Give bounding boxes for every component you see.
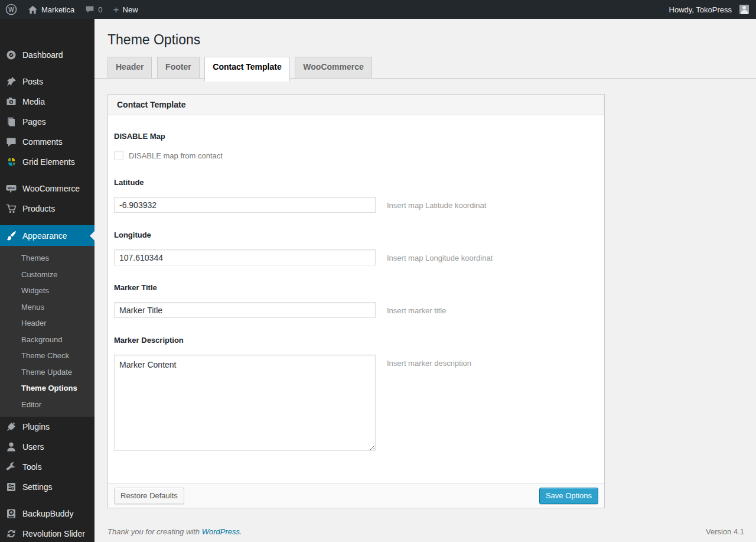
marker-title-input[interactable] [114, 302, 376, 318]
disable-map-label: DISABLE Map [114, 132, 598, 141]
pages-icon [5, 116, 17, 128]
latitude-label: Latitude [114, 178, 598, 187]
page-title: Theme Options [107, 31, 744, 48]
sidebar-item-users[interactable]: Users [0, 437, 94, 457]
panel-title: Contact Template [108, 95, 604, 115]
admin-bar: W Marketica 0 + New Howdy, TokoPress [0, 0, 756, 19]
marker-title-hint: Insert marker title [387, 302, 446, 315]
sidebar-item-backupbuddy[interactable]: BackupBuddy [0, 504, 94, 524]
comment-bubble-icon [85, 5, 94, 14]
plus-icon: + [113, 5, 119, 15]
howdy-label: Howdy, TokoPress [669, 5, 732, 14]
appearance-submenu: Themes Customize Widgets Menus Header Ba… [0, 246, 94, 417]
restore-defaults-button[interactable]: Restore Defaults [114, 488, 184, 504]
sidebar-item-media[interactable]: Media [0, 92, 94, 112]
account-menu[interactable]: Howdy, TokoPress [664, 0, 756, 19]
submenu-item-themes[interactable]: Themes [0, 250, 94, 267]
paintbrush-icon [5, 230, 17, 242]
plugin-icon [5, 421, 17, 433]
sidebar-item-posts[interactable]: Posts [0, 72, 94, 92]
sidebar-item-revolution-slider[interactable]: Revolution Slider [0, 524, 94, 542]
backup-icon [5, 508, 17, 520]
marker-title-label: Marker Title [114, 283, 598, 292]
submenu-item-theme-check[interactable]: Theme Check [0, 348, 94, 364]
latitude-hint: Insert map Latitude koordinat [387, 197, 486, 210]
tab-woocommerce[interactable]: WooCommerce [295, 57, 372, 79]
footer-thanks-text: Thank you for creating with WordPress. [107, 527, 242, 536]
submenu-item-theme-options[interactable]: Theme Options [0, 380, 94, 397]
submenu-item-editor[interactable]: Editor [0, 397, 94, 413]
sidebar-item-comments[interactable]: Comments [0, 132, 94, 152]
wordpress-logo-menu[interactable]: W [0, 0, 22, 19]
home-icon [28, 5, 38, 15]
submenu-item-widgets[interactable]: Widgets [0, 283, 94, 299]
submenu-item-header[interactable]: Header [0, 315, 94, 332]
field-marker-description: Marker Description Marker Content Insert… [114, 336, 598, 451]
field-disable-map: DISABLE Map DISABLE map from contact [114, 132, 598, 160]
sidebar-item-woocommerce[interactable]: Woo WooCommerce [0, 178, 94, 199]
sliders-icon [5, 481, 17, 493]
disable-map-checkbox-label[interactable]: DISABLE map from contact [129, 151, 223, 160]
marker-description-textarea[interactable]: Marker Content [114, 355, 376, 451]
comments-icon [5, 136, 17, 148]
longitude-input[interactable] [114, 249, 376, 265]
refresh-icon [5, 528, 17, 540]
site-name-link[interactable]: Marketica [22, 0, 80, 19]
avatar [739, 5, 749, 14]
save-options-button[interactable]: Save Options [539, 488, 598, 504]
submenu-item-menus[interactable]: Menus [0, 299, 94, 316]
sidebar-item-grid-elements[interactable]: Grid Elements [0, 152, 94, 172]
new-content-menu[interactable]: + New [108, 0, 144, 19]
tab-header[interactable]: Header [107, 57, 152, 79]
field-longitude: Longitude Insert map Longitude koordinat [114, 231, 598, 265]
dashboard-icon [5, 49, 17, 61]
pushpin-icon [5, 76, 17, 87]
svg-text:Woo: Woo [8, 186, 15, 190]
sidebar-item-plugins[interactable]: Plugins [0, 417, 94, 437]
submenu-item-theme-update[interactable]: Theme Update [0, 364, 94, 381]
sidebar-item-appearance[interactable]: Appearance [0, 225, 94, 246]
comments-admin-link[interactable]: 0 [80, 0, 107, 19]
contact-template-panel: Contact Template DISABLE Map DISABLE map… [107, 94, 605, 508]
disable-map-checkbox[interactable] [114, 151, 123, 160]
tab-footer[interactable]: Footer [157, 57, 200, 79]
admin-menu: Dashboard Posts Media Pages Commen [0, 19, 94, 542]
field-marker-title: Marker Title Insert marker title [114, 283, 598, 318]
cart-icon [5, 203, 17, 215]
field-latitude: Latitude Insert map Latitude koordinat [114, 178, 598, 213]
sidebar-item-settings[interactable]: Settings [0, 477, 94, 497]
latitude-input[interactable] [114, 197, 376, 213]
page-footer: Thank you for creating with WordPress. V… [107, 527, 744, 536]
sidebar-item-pages[interactable]: Pages [0, 112, 94, 132]
woocommerce-icon: Woo [5, 183, 17, 194]
panel-footer: Restore Defaults Save Options [108, 483, 604, 508]
sidebar-item-dashboard[interactable]: Dashboard [0, 45, 94, 65]
svg-text:W: W [8, 7, 14, 13]
main-content: Theme Options Header Footer Contact Temp… [94, 19, 756, 542]
longitude-label: Longitude [114, 231, 598, 239]
comment-count: 0 [98, 5, 102, 14]
longitude-hint: Insert map Longitude koordinat [387, 249, 493, 262]
marker-description-hint: Insert marker description [387, 355, 471, 368]
submenu-item-customize[interactable]: Customize [0, 267, 94, 283]
sidebar-item-products[interactable]: Products [0, 199, 94, 219]
tab-contact-template[interactable]: Contact Template [204, 57, 289, 82]
wordpress-link[interactable]: WordPress [202, 527, 240, 536]
submenu-item-background[interactable]: Background [0, 332, 94, 348]
site-name-label: Marketica [41, 5, 74, 14]
new-label: New [123, 5, 138, 14]
grid-elements-icon [5, 156, 17, 168]
user-icon [5, 441, 17, 453]
media-icon [5, 96, 17, 108]
sidebar-item-tools[interactable]: Tools [0, 457, 94, 477]
tab-bar: Header Footer Contact Template WooCommer… [107, 57, 744, 86]
marker-description-label: Marker Description [114, 336, 598, 345]
footer-version: Version 4.1 [706, 527, 744, 536]
wordpress-logo-icon: W [5, 4, 17, 15]
wrench-icon [5, 461, 17, 473]
